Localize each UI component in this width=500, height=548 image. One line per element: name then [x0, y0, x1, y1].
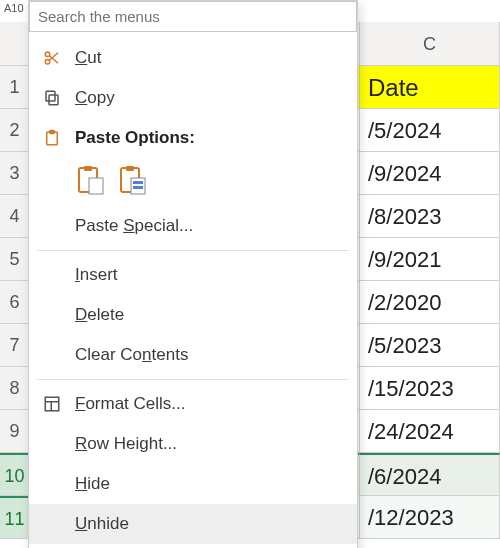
menu-delete-label: Delete: [75, 305, 124, 325]
row-header[interactable]: 3: [0, 152, 30, 195]
paste-keep-source-icon[interactable]: [119, 164, 147, 196]
row-header[interactable]: 2: [0, 109, 30, 152]
svg-rect-7: [50, 131, 55, 134]
context-menu: Cut Copy Paste Options:: [28, 0, 358, 548]
menu-hide-label: Hide: [75, 474, 110, 494]
menu-search-input[interactable]: [29, 1, 357, 32]
paste-options-icons: [29, 158, 357, 206]
menu-insert[interactable]: Insert: [29, 255, 357, 295]
select-all-corner[interactable]: [0, 22, 30, 66]
cell[interactable]: /5/2023: [360, 324, 500, 367]
menu-copy-label: Copy: [75, 88, 115, 108]
menu-row-height-label: Row Height...: [75, 434, 177, 454]
clipboard-icon: [43, 128, 75, 148]
menu-clear-contents[interactable]: Clear Contents: [29, 335, 357, 375]
col-header-C[interactable]: C: [360, 22, 500, 66]
row-header[interactable]: 11: [0, 496, 30, 539]
scissors-icon: [43, 49, 75, 67]
row-header[interactable]: 5: [0, 238, 30, 281]
svg-rect-9: [84, 166, 92, 171]
row-header[interactable]: 8: [0, 367, 30, 410]
separator: [37, 379, 349, 380]
cell[interactable]: /24/2024: [360, 410, 500, 453]
format-cells-icon: [43, 395, 75, 413]
cell[interactable]: Date: [360, 66, 500, 109]
menu-clear-contents-label: Clear Contents: [75, 345, 188, 365]
menu-paste-options: Paste Options:: [29, 118, 357, 158]
paste-icon[interactable]: [77, 164, 105, 196]
row-header[interactable]: 4: [0, 195, 30, 238]
menu-hide[interactable]: Hide: [29, 464, 357, 504]
menu-cut[interactable]: Cut: [29, 38, 357, 78]
cell[interactable]: /5/2024: [360, 109, 500, 152]
menu-row-height[interactable]: Row Height...: [29, 424, 357, 464]
menu-unhide[interactable]: Unhide: [29, 504, 357, 544]
menu-search-wrap: [29, 1, 357, 38]
cell[interactable]: /8/2023: [360, 195, 500, 238]
menu-copy[interactable]: Copy: [29, 78, 357, 118]
menu-paste-special[interactable]: Paste Special...: [29, 206, 357, 246]
menu-paste-options-label: Paste Options:: [75, 128, 195, 148]
cell[interactable]: /9/2024: [360, 152, 500, 195]
menu-format-cells[interactable]: Format Cells...: [29, 384, 357, 424]
row-header[interactable]: 1: [0, 66, 30, 109]
svg-point-0: [45, 52, 50, 57]
menu-paste-special-label: Paste Special...: [75, 216, 193, 236]
row-header[interactable]: 9: [0, 410, 30, 453]
svg-rect-15: [133, 186, 143, 189]
svg-point-1: [45, 60, 50, 65]
row-header[interactable]: 10: [0, 453, 30, 496]
svg-rect-14: [133, 181, 143, 184]
name-box[interactable]: A10: [0, 0, 28, 22]
row-header[interactable]: 6: [0, 281, 30, 324]
menu-insert-label: Insert: [75, 265, 118, 285]
svg-rect-4: [49, 95, 58, 105]
svg-rect-5: [46, 91, 55, 101]
row-header[interactable]: 7: [0, 324, 30, 367]
svg-rect-12: [126, 166, 134, 171]
menu-delete[interactable]: Delete: [29, 295, 357, 335]
separator: [37, 250, 349, 251]
menu-cut-label: Cut: [75, 48, 101, 68]
cell[interactable]: /9/2021: [360, 238, 500, 281]
svg-rect-10: [89, 178, 103, 194]
menu-format-cells-label: Format Cells...: [75, 394, 186, 414]
menu-unhide-label: Unhide: [75, 514, 129, 534]
cell[interactable]: /12/2023: [360, 496, 500, 539]
cell[interactable]: /15/2023: [360, 367, 500, 410]
copy-icon: [43, 89, 75, 107]
cell[interactable]: /6/2024: [360, 453, 500, 496]
cell[interactable]: /2/2020: [360, 281, 500, 324]
